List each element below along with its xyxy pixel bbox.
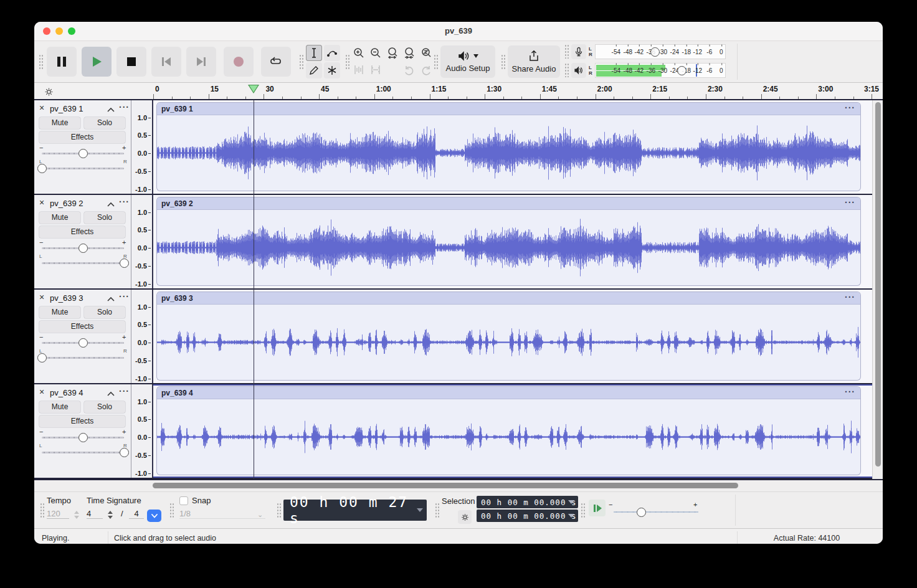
gain-knob[interactable]	[78, 433, 88, 442]
pan-knob[interactable]	[37, 353, 47, 363]
clip-header[interactable]: pv_639 4···	[157, 387, 860, 399]
solo-button[interactable]: Solo	[84, 117, 125, 129]
playback-meter-grip[interactable]	[564, 62, 569, 77]
time-signature-stepper[interactable]	[107, 509, 114, 520]
audio-position-display[interactable]: 00 h 00 m 27 s	[283, 500, 427, 521]
close-window-button[interactable]	[43, 27, 50, 35]
snap-checkbox[interactable]	[179, 496, 188, 505]
snap-mode-combo[interactable]: 1/8	[179, 509, 265, 519]
time-signature-lower-dropdown[interactable]	[147, 510, 161, 522]
audio-setup-grip[interactable]	[433, 54, 438, 70]
selection-start-field[interactable]: 00 h 00 m 00.000 s	[477, 496, 578, 508]
tempo-field[interactable]: 120	[47, 509, 69, 519]
audio-clip[interactable]: pv_639 2···	[157, 197, 860, 285]
track-close-button[interactable]: ×	[39, 198, 44, 207]
track-collapse-icon[interactable]	[107, 105, 115, 116]
track-menu-button[interactable]: ···	[119, 386, 130, 396]
pan-slider[interactable]	[42, 262, 124, 264]
zoom-project-button[interactable]	[401, 45, 417, 60]
meter-volume-knob[interactable]	[650, 47, 660, 57]
zoom-toggle-button[interactable]	[418, 45, 434, 60]
solo-button[interactable]: Solo	[84, 401, 125, 413]
time-toolbar-grip[interactable]	[276, 502, 281, 518]
meter-volume-knob[interactable]	[677, 66, 687, 75]
playback-meter-scale[interactable]: -54-48-42-36-30-24-18-12-60	[595, 63, 726, 78]
playback-meter[interactable]: LR -54-48-42-36-30-24-18-12-60	[571, 62, 726, 79]
track-close-button[interactable]: ×	[39, 387, 44, 396]
track-menu-button[interactable]: ···	[119, 292, 130, 301]
effects-button[interactable]: Effects	[39, 415, 125, 427]
timeline-options-button[interactable]	[42, 85, 55, 98]
pan-slider[interactable]	[42, 168, 124, 169]
play-at-speed-button[interactable]	[589, 500, 606, 516]
draw-tool-button[interactable]	[306, 62, 322, 78]
solo-button[interactable]: Solo	[84, 306, 125, 318]
track-vertical-ruler[interactable]: 1.00.50.0-0.5-1.0	[131, 384, 153, 478]
time-signature-lower-field[interactable]: 4	[129, 509, 144, 519]
stop-button[interactable]	[116, 47, 146, 77]
mute-button[interactable]: Mute	[39, 401, 80, 413]
track-name[interactable]: pv_639 1	[50, 104, 83, 113]
tools-toolbar-grip[interactable]	[298, 54, 303, 70]
track-menu-button[interactable]: ···	[119, 102, 130, 112]
clip-header[interactable]: pv_639 3···	[157, 292, 860, 305]
clip-menu-icon[interactable]: ···	[845, 197, 855, 207]
selection-toolbar-grip[interactable]	[434, 502, 439, 518]
recording-meter-scale[interactable]: -54-48-42-36-30-24-18-12-60	[595, 44, 726, 59]
pan-slider[interactable]	[42, 452, 124, 453]
playhead-line[interactable]	[254, 100, 254, 479]
track-close-button[interactable]: ×	[39, 103, 44, 112]
clip-header[interactable]: pv_639 1···	[157, 103, 860, 115]
snapping-grip[interactable]	[169, 502, 174, 518]
timeline-ruler[interactable]: 01530451:001:151:301:452:002:152:302:453…	[34, 83, 883, 99]
selection-tool-button[interactable]	[306, 45, 322, 61]
play-button[interactable]	[82, 47, 112, 77]
play-at-speed-grip[interactable]	[580, 502, 585, 518]
mute-button[interactable]: Mute	[39, 306, 80, 318]
pan-knob[interactable]	[37, 164, 47, 173]
recording-meter[interactable]: LR -54-48-42-36-30-24-18-12-60	[571, 43, 726, 60]
play-speed-slider[interactable]	[614, 511, 698, 513]
redo-button[interactable]	[418, 62, 434, 77]
zoom-selection-button[interactable]	[384, 45, 401, 60]
track-collapse-icon[interactable]	[107, 389, 115, 400]
audio-clip[interactable]: pv_639 4···	[157, 387, 860, 475]
audio-clip[interactable]: pv_639 3···	[157, 292, 860, 380]
audio-setup-button[interactable]: Audio Setup	[440, 45, 495, 78]
clip-area[interactable]: pv_639 2···	[153, 195, 872, 288]
zoom-window-button[interactable]	[68, 27, 75, 35]
vertical-scrollbar-thumb[interactable]	[875, 102, 881, 467]
track-close-button[interactable]: ×	[39, 293, 44, 301]
track-collapse-icon[interactable]	[107, 199, 115, 211]
effects-button[interactable]: Effects	[39, 131, 125, 143]
gain-knob[interactable]	[78, 244, 88, 253]
envelope-tool-button[interactable]	[324, 45, 340, 61]
edit-toolbar-grip[interactable]	[344, 54, 349, 70]
pan-knob[interactable]	[120, 448, 129, 457]
clip-area[interactable]: pv_639 1···	[153, 100, 872, 194]
gain-knob[interactable]	[78, 338, 88, 348]
clip-menu-icon[interactable]: ···	[845, 292, 855, 302]
multi-tool-button[interactable]	[324, 62, 340, 78]
zoom-out-button[interactable]	[368, 45, 384, 60]
track-vertical-ruler[interactable]: 1.00.50.0-0.5-1.0	[131, 100, 153, 194]
mute-button[interactable]: Mute	[39, 117, 80, 129]
silence-audio-button[interactable]	[368, 62, 384, 77]
selection-end-field[interactable]: 00 h 00 m 00.000 s	[477, 510, 578, 522]
track-name[interactable]: pv_639 2	[50, 199, 83, 208]
time-signature-grip[interactable]	[39, 502, 44, 518]
clip-menu-icon[interactable]: ···	[845, 103, 855, 113]
solo-button[interactable]: Solo	[84, 212, 125, 224]
pause-button[interactable]	[47, 47, 77, 77]
pan-slider[interactable]	[42, 357, 124, 359]
track-name[interactable]: pv_639 4	[50, 388, 83, 397]
mute-button[interactable]: Mute	[39, 212, 80, 224]
skip-to-end-button[interactable]	[186, 47, 216, 77]
pan-knob[interactable]	[120, 258, 129, 268]
undo-button[interactable]	[401, 62, 417, 77]
clip-area[interactable]: pv_639 4···	[153, 384, 872, 478]
share-audio-button[interactable]: Share Audio	[508, 45, 560, 78]
horizontal-scrollbar-thumb[interactable]	[153, 483, 738, 488]
track-name[interactable]: pv_639 3	[50, 293, 83, 303]
minimize-window-button[interactable]	[55, 27, 63, 35]
